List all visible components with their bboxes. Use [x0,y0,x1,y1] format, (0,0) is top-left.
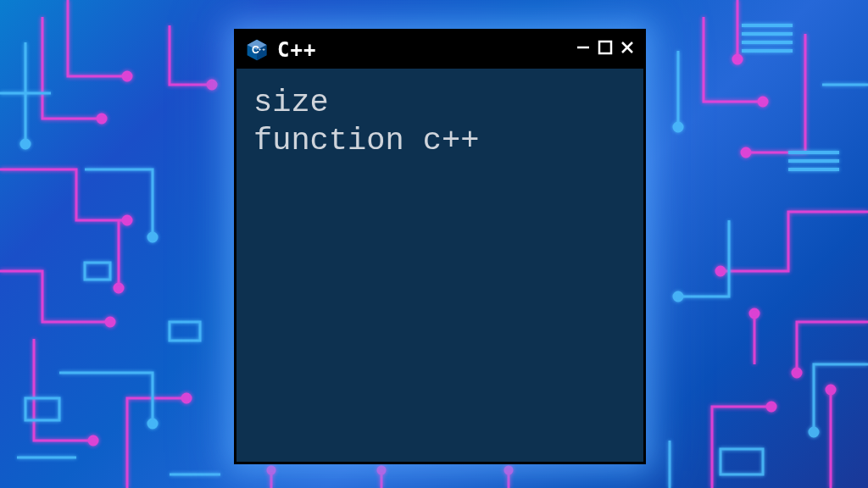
svg-point-14 [826,385,835,394]
svg-point-33 [810,428,818,436]
svg-rect-43 [599,42,611,53]
svg-point-4 [89,436,97,445]
svg-point-18 [505,467,512,474]
svg-point-32 [674,292,682,301]
svg-point-12 [793,369,801,377]
svg-point-6 [208,80,216,89]
terminal-body: size function c++ [236,69,643,175]
svg-point-7 [114,284,123,292]
svg-point-9 [733,55,742,64]
svg-point-10 [742,148,750,157]
svg-point-11 [716,267,725,275]
svg-point-19 [21,140,30,148]
svg-point-2 [123,216,131,225]
close-button[interactable] [620,40,635,61]
svg-point-17 [378,467,385,474]
svg-point-1 [123,72,131,80]
svg-rect-30 [721,449,763,474]
svg-point-5 [182,394,191,402]
svg-point-0 [97,114,106,123]
svg-rect-35 [25,398,59,420]
svg-text:+: + [259,46,262,52]
svg-point-21 [148,419,157,428]
svg-point-13 [767,402,776,411]
svg-point-31 [674,123,682,131]
svg-point-15 [750,309,759,318]
minimize-button[interactable] [576,40,591,61]
window-controls [576,40,635,61]
svg-rect-34 [170,322,200,341]
terminal-window: C + + C++ size function c++ [234,29,646,464]
svg-point-20 [148,233,157,241]
titlebar[interactable]: C + + C++ [236,31,643,69]
maximize-button[interactable] [598,40,613,61]
svg-point-3 [106,318,114,326]
svg-text:+: + [262,46,265,52]
window-title: C++ [277,38,576,62]
svg-rect-22 [85,263,110,280]
svg-point-16 [268,467,275,474]
cpp-logo-icon: C + + [245,38,269,62]
svg-point-8 [759,97,767,106]
